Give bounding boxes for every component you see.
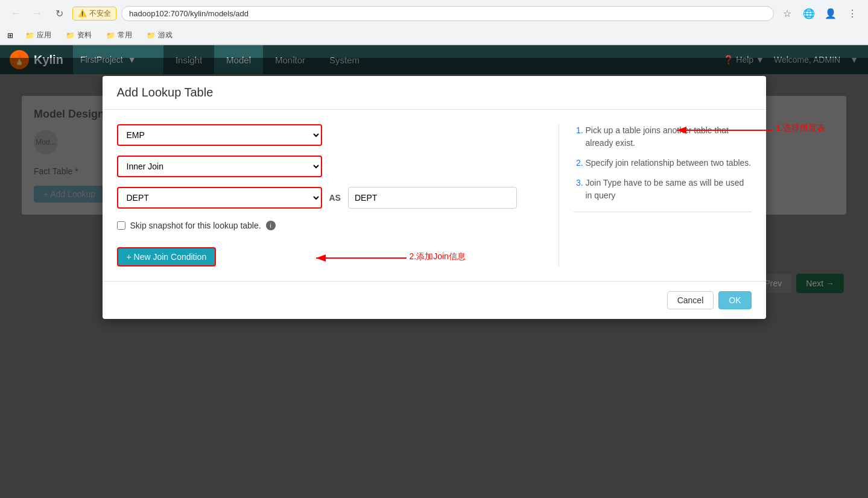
modal: Add Lookup Table EMP DEPT SALGRADE <box>103 76 766 319</box>
bookmark-games[interactable]: 📁 游戏 <box>144 29 175 42</box>
profile-button[interactable]: 👤 <box>822 5 839 22</box>
modal-title: Add Lookup Table <box>117 86 752 99</box>
skip-snapshot-row: Skip snapshot for this lookup table. i <box>117 221 544 230</box>
browser-chrome: ← → ↻ ⚠️ 不安全 hadoop102:7070/kylin/models… <box>0 0 868 45</box>
modal-tips: Pick up a table joins another table that… <box>559 124 752 266</box>
tips-list: Pick up a table joins another table that… <box>574 124 752 202</box>
back-button[interactable]: ← <box>7 5 24 22</box>
info-icon[interactable]: i <box>266 221 276 230</box>
page-background: Model Design Mod... Fact Table * + Add L… <box>0 74 868 498</box>
translate-button[interactable]: 🌐 <box>800 5 817 22</box>
modal-footer: Cancel OK <box>103 281 766 319</box>
security-warning: ⚠️ 不安全 <box>72 7 116 20</box>
bookmark-apps-icon: 📁 <box>25 31 34 40</box>
cancel-button[interactable]: Cancel <box>667 291 714 309</box>
bookmark-resources[interactable]: 📁 资料 <box>63 29 94 42</box>
bookmark-common-label: 常用 <box>118 30 132 40</box>
modal-form: EMP DEPT SALGRADE <box>117 124 559 266</box>
browser-toolbar: ← → ↻ ⚠️ 不安全 hadoop102:7070/kylin/models… <box>0 0 868 27</box>
table-select-row: EMP DEPT SALGRADE <box>117 124 544 146</box>
lookup-table-select[interactable]: DEPT EMP SALGRADE <box>117 187 322 209</box>
table-select[interactable]: EMP DEPT SALGRADE <box>117 124 322 146</box>
bookmark-button[interactable]: ☆ <box>779 5 796 22</box>
tip-2: Specify join relationship between two ta… <box>586 157 752 169</box>
skip-snapshot-checkbox[interactable] <box>117 221 125 230</box>
new-join-condition-button[interactable]: + New Join Condition <box>117 247 217 266</box>
skip-snapshot-label: Skip snapshot for this lookup table. <box>130 221 261 230</box>
security-text: 不安全 <box>89 8 111 19</box>
forward-button[interactable]: → <box>29 5 46 22</box>
bookmark-apps[interactable]: 📁 应用 <box>23 29 54 42</box>
join-type-row: Inner Join Left Join <box>117 156 544 177</box>
bookmark-common[interactable]: 📁 常用 <box>104 29 135 42</box>
ok-button[interactable]: OK <box>718 291 751 309</box>
tip-1: Pick up a table joins another table that… <box>586 124 752 150</box>
bookmark-resources-icon: 📁 <box>66 31 75 40</box>
lookup-table-row: DEPT EMP SALGRADE AS <box>117 187 544 209</box>
bookmark-apps-label: 应用 <box>37 30 51 40</box>
bookmarks-bar: ⊞ 📁 应用 📁 资料 📁 常用 📁 游戏 <box>0 27 868 45</box>
menu-button[interactable]: ⋮ <box>844 5 861 22</box>
as-label: AS <box>329 193 341 203</box>
warning-icon: ⚠️ <box>78 9 87 17</box>
tips-divider <box>574 212 752 212</box>
refresh-button[interactable]: ↻ <box>51 5 68 22</box>
bookmark-resources-label: 资料 <box>77 30 92 40</box>
tip-3: Join Type have to be same as will be use… <box>586 177 752 202</box>
annotation-text-2: 2.添加Join信息 <box>410 251 466 262</box>
bookmark-common-icon: 📁 <box>106 31 115 40</box>
browser-actions: ☆ 🌐 👤 ⋮ <box>779 5 861 22</box>
bookmark-games-label: 游戏 <box>158 30 173 40</box>
address-bar[interactable]: hadoop102:7070/kylin/models/add <box>121 6 774 21</box>
bookmark-games-icon: 📁 <box>147 31 156 40</box>
annotation-text-1: 1.选择维度表 <box>776 123 826 134</box>
annotation-arrow-2 <box>310 250 419 268</box>
apps-icon: ⊞ <box>7 31 13 40</box>
modal-overlay: Add Lookup Table EMP DEPT SALGRADE <box>0 58 868 498</box>
modal-body: EMP DEPT SALGRADE <box>103 110 766 281</box>
join-type-select[interactable]: Inner Join Left Join <box>117 156 322 177</box>
modal-header: Add Lookup Table <box>103 76 766 110</box>
as-input[interactable] <box>348 187 517 209</box>
